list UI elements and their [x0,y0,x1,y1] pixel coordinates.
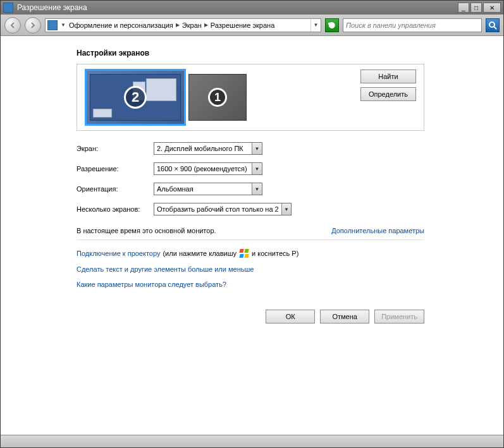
chevron-right-icon: ▶ [175,22,180,28]
window-icon [146,78,176,101]
identify-button[interactable]: Определить [360,87,416,101]
search-input[interactable] [343,21,481,29]
display-select[interactable]: 2. Дисплей мобильного ПК ▼ [154,142,262,155]
breadcrumb-root-drop[interactable]: ▼ [59,22,67,28]
chevron-down-icon: ▼ [252,143,262,154]
chevron-right-icon: ▶ [204,22,209,28]
svg-line-1 [494,27,496,29]
monitors-area: 2 1 [85,69,360,126]
primary-monitor-status: В настоящее время это основной монитор. [77,227,216,234]
app-icon [3,3,13,13]
refresh-button[interactable] [325,18,339,32]
breadcrumb[interactable]: ▼ Оформление и персонализация ▶ Экран ▶ … [45,18,321,32]
breadcrumb-seg-1[interactable]: Оформление и персонализация [67,21,175,29]
search-button[interactable] [486,18,500,32]
projector-line: Подключение к проектору (или нажмите кла… [77,249,424,258]
projector-link[interactable]: Подключение к проектору [77,250,160,257]
dialog-buttons: ОК Отмена Применить [77,310,424,324]
multi-label: Несколько экранов: [77,205,154,213]
chevron-down-icon: ▼ [252,163,262,174]
title-controls: _ □ ✕ [458,3,501,13]
projector-text-b: (или нажмите клавишу [163,250,237,257]
breadcrumb-icon [47,20,58,30]
maximize-button[interactable]: □ [470,3,482,13]
monitors-preview-box: 2 1 Найти Определить [77,64,424,131]
close-button[interactable]: ✕ [483,3,501,13]
minimize-button[interactable]: _ [458,3,469,13]
resolution-label: Разрешение: [77,165,154,173]
monitor-2-number: 2 [124,86,147,109]
nav-forward-button[interactable] [25,17,41,33]
monitor-1[interactable]: 1 [188,74,247,121]
navbar: ▼ Оформление и персонализация ▶ Экран ▶ … [1,15,503,36]
monitor-2[interactable]: 2 [85,69,186,126]
content-area: Настройки экранов 2 1 Найти [1,36,503,435]
multi-select[interactable]: Отобразить рабочий стол только на 2 ▼ [154,203,292,215]
display-label: Экран: [77,145,154,152]
display-select-value: 2. Дисплей мобильного ПК [157,145,249,152]
advanced-settings-link[interactable]: Дополнительные параметры [331,227,424,234]
find-button[interactable]: Найти [360,70,416,83]
resolution-select[interactable]: 1600 × 900 (рекомендуется) ▼ [154,162,262,175]
window-title: Разрешение экрана [17,3,458,12]
orientation-select[interactable]: Альбомная ▼ [154,183,262,195]
page-heading: Настройки экранов [77,49,424,58]
window: Разрешение экрана _ □ ✕ ▼ Оформление и п… [0,0,504,448]
windows-logo-icon [240,249,249,258]
resolution-select-value: 1600 × 900 (рекомендуется) [157,165,249,173]
chevron-down-icon: ▼ [281,203,291,215]
breadcrumb-seg-2[interactable]: Экран [180,21,204,29]
search-box [343,18,482,32]
multi-select-value: Отобразить рабочий стол только на 2 [157,205,279,213]
text-size-link[interactable]: Сделать текст и другие элементы больше и… [77,265,254,273]
statusbar [1,435,503,447]
svg-point-0 [489,22,495,27]
monitor-1-number: 1 [208,88,227,107]
cancel-button[interactable]: Отмена [320,310,369,324]
orientation-select-value: Альбомная [157,185,249,193]
breadcrumb-seg-3[interactable]: Разрешение экрана [209,21,276,29]
apply-button[interactable]: Применить [374,310,424,324]
breadcrumb-drop[interactable]: ▼ [310,19,321,32]
projector-text-c: и коснитесь P) [252,250,298,257]
chevron-down-icon: ▼ [252,183,262,195]
taskbar-icon [93,109,112,118]
monitors-buttons: Найти Определить [360,70,416,101]
nav-back-button[interactable] [4,17,21,33]
orientation-label: Ориентация: [77,185,154,193]
which-settings-link[interactable]: Какие параметры монитора следует выбрать… [77,281,226,288]
titlebar: Разрешение экрана _ □ ✕ [1,1,503,15]
ok-button[interactable]: ОК [266,310,315,324]
